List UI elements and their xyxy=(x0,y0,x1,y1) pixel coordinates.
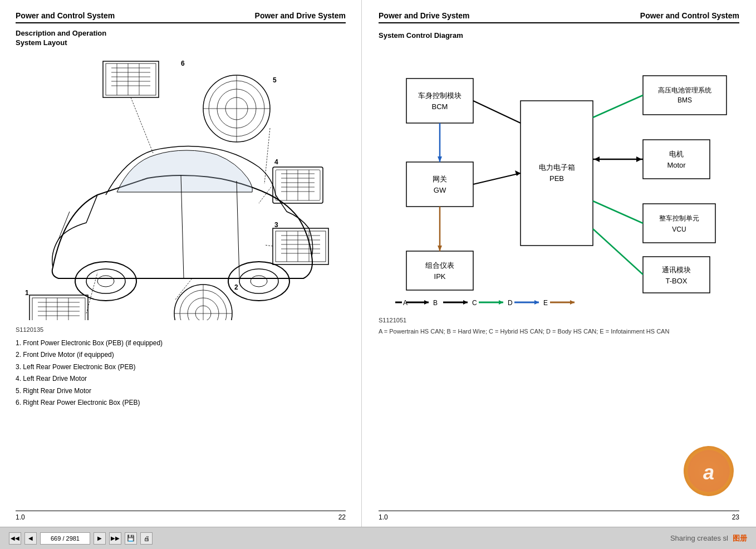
nav-first-button[interactable]: ◀◀ xyxy=(9,532,21,545)
svg-rect-55 xyxy=(273,228,328,264)
svg-rect-93 xyxy=(643,257,710,293)
svg-text:组合仪表: 组合仪表 xyxy=(425,261,454,269)
page-number-right: 23 xyxy=(732,513,739,521)
svg-line-30 xyxy=(237,181,239,278)
svg-line-108 xyxy=(593,229,643,274)
svg-text:2: 2 xyxy=(234,283,238,291)
svg-marker-105 xyxy=(594,156,600,162)
legend-text: A = Powertrain HS CAN; B = Hard Wire; C … xyxy=(379,328,739,335)
svg-marker-110 xyxy=(424,300,429,305)
page-number-left: 22 xyxy=(338,513,346,521)
svg-rect-72 xyxy=(406,79,473,123)
svg-text:通讯模块: 通讯模块 xyxy=(662,266,691,274)
svg-text:BMS: BMS xyxy=(678,96,692,104)
parts-list: 1. Front Power Electronic Box (PEB) (if … xyxy=(16,337,346,408)
left-page-footer: 1.0 22 xyxy=(16,511,346,521)
svg-point-32 xyxy=(86,269,125,293)
toolbar: ◀◀ ◀ ▶ ▶▶ 💾 🖨 Sharing creates sl 图册 xyxy=(0,527,756,549)
car-layout-diagram: 6 5 xyxy=(19,56,342,320)
right-page: Power and Drive System Power and Control… xyxy=(362,0,756,527)
list-item: 5. Right Rear Drive Motor xyxy=(16,385,346,396)
right-page-footer: 1.0 23 xyxy=(379,511,739,521)
svg-text:网关: 网关 xyxy=(433,175,447,183)
figure-id-left: S1120135 xyxy=(16,326,346,333)
svg-marker-116 xyxy=(499,300,503,305)
svg-text:电机: 电机 xyxy=(669,150,684,158)
svg-rect-39 xyxy=(32,298,85,320)
svg-text:B: B xyxy=(433,299,438,307)
control-diagram-svg: 车身控制模块 BCM 网关 GW 组合仪表 IPK 电力电子箱 PEB xyxy=(379,45,740,312)
svg-text:1: 1 xyxy=(25,289,29,297)
figure-id-right: S1121051 xyxy=(379,317,739,323)
svg-text:3: 3 xyxy=(274,221,278,229)
car-diagram-area: 6 5 xyxy=(16,51,346,324)
svg-text:PEB: PEB xyxy=(549,174,564,183)
list-item: 2. Front Drive Motor (if equipped) xyxy=(16,349,346,360)
svg-text:IPK: IPK xyxy=(434,272,446,281)
list-item: 1. Front Power Electronic Box (PEB) (if … xyxy=(16,337,346,349)
save-button[interactable]: 💾 xyxy=(125,532,137,545)
svg-marker-122 xyxy=(570,300,575,305)
toolbar-navigation: ◀◀ ◀ ▶ ▶▶ 💾 🖨 xyxy=(9,532,153,545)
page-input[interactable] xyxy=(40,532,90,545)
svg-rect-84 xyxy=(643,76,726,115)
svg-text:VCU: VCU xyxy=(672,226,686,233)
svg-marker-106 xyxy=(636,156,642,162)
nav-prev-button[interactable]: ◀ xyxy=(24,532,37,545)
print-button[interactable]: 🖨 xyxy=(140,532,153,545)
svg-rect-75 xyxy=(406,162,473,207)
svg-point-35 xyxy=(239,269,278,293)
svg-rect-81 xyxy=(521,101,593,246)
right-header-title-left: Power and Drive System xyxy=(379,11,469,20)
svg-text:整车控制单元: 整车控制单元 xyxy=(659,214,699,222)
left-page: Power and Control System Power and Drive… xyxy=(0,0,362,527)
svg-text:D: D xyxy=(508,299,513,307)
svg-rect-0 xyxy=(103,61,159,97)
svg-line-71 xyxy=(175,278,192,300)
svg-text:4: 4 xyxy=(274,158,278,166)
svg-text:E: E xyxy=(543,299,548,307)
list-item: 4. Left Rear Drive Motor xyxy=(16,373,346,384)
svg-text:高压电池管理系统: 高压电池管理系统 xyxy=(658,86,711,94)
svg-line-69 xyxy=(264,245,273,246)
toolbar-right: Sharing creates sl 图册 xyxy=(670,533,747,543)
toolbar-actions: 💾 🖨 xyxy=(125,532,153,545)
svg-marker-119 xyxy=(534,300,539,305)
right-header-title-right: Power and Control System xyxy=(640,11,739,20)
svg-text:BCM: BCM xyxy=(432,102,448,111)
sharing-link: 图册 xyxy=(733,533,747,543)
svg-marker-102 xyxy=(515,170,521,176)
svg-marker-113 xyxy=(463,300,468,305)
section-title: Description and Operation xyxy=(16,29,346,37)
svg-rect-87 xyxy=(643,140,710,179)
svg-text:GW: GW xyxy=(434,186,446,194)
svg-line-101 xyxy=(473,173,521,184)
watermark: a xyxy=(684,446,734,496)
svg-line-100 xyxy=(473,101,521,123)
svg-text:C: C xyxy=(472,299,477,307)
svg-point-34 xyxy=(228,262,289,301)
svg-text:Motor: Motor xyxy=(667,161,686,169)
page-version-right: 1.0 xyxy=(379,513,388,521)
sharing-text: Sharing creates sl xyxy=(670,534,728,542)
svg-text:6: 6 xyxy=(181,60,185,67)
left-header-title-right: Power and Drive System xyxy=(255,11,346,20)
page-version-left: 1.0 xyxy=(16,513,25,521)
svg-line-37 xyxy=(58,212,70,239)
control-diagram: 车身控制模块 BCM 网关 GW 组合仪表 IPK 电力电子箱 PEB xyxy=(379,45,739,315)
svg-text:电力电子箱: 电力电子箱 xyxy=(539,163,575,171)
svg-text:车身控制模块: 车身控制模块 xyxy=(418,91,462,100)
svg-text:A: A xyxy=(403,299,408,307)
svg-point-33 xyxy=(97,276,114,287)
section-subtitle: System Layout xyxy=(16,38,346,47)
svg-text:T-BOX: T-BOX xyxy=(665,277,687,285)
svg-marker-97 xyxy=(438,156,442,162)
svg-point-36 xyxy=(251,276,267,287)
nav-last-button[interactable]: ▶▶ xyxy=(109,532,121,545)
svg-text:5: 5 xyxy=(273,76,277,84)
list-item: 3. Left Rear Power Electronic Box (PEB) xyxy=(16,361,346,372)
left-header-title-left: Power and Control System xyxy=(16,11,115,20)
nav-next-button[interactable]: ▶ xyxy=(94,532,106,545)
right-section-title: System Control Diagram xyxy=(379,31,739,40)
svg-text:a: a xyxy=(703,461,714,484)
